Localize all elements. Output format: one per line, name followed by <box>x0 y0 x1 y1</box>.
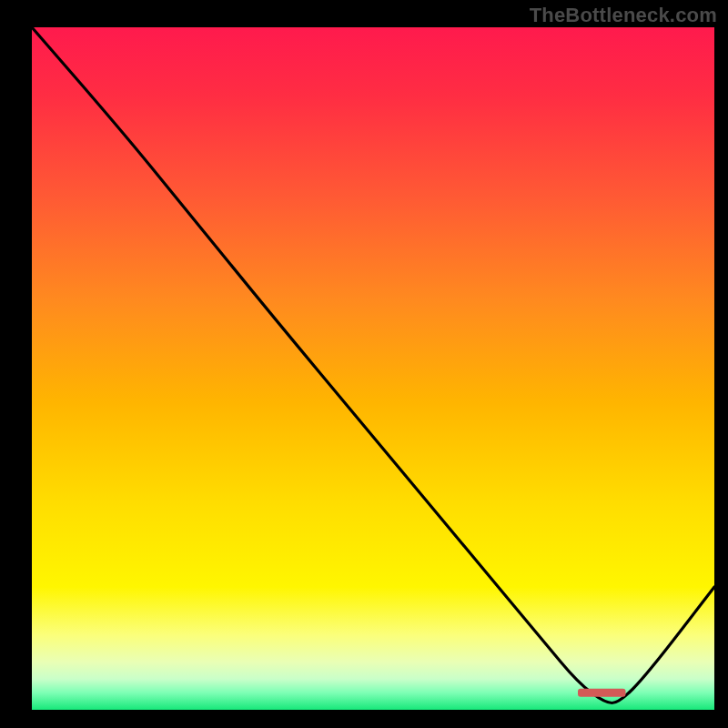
plot-background <box>32 27 714 710</box>
optimal-range-marker <box>578 689 626 697</box>
bottleneck-chart <box>0 0 728 728</box>
chart-stage: TheBottleneck.com <box>0 0 728 728</box>
